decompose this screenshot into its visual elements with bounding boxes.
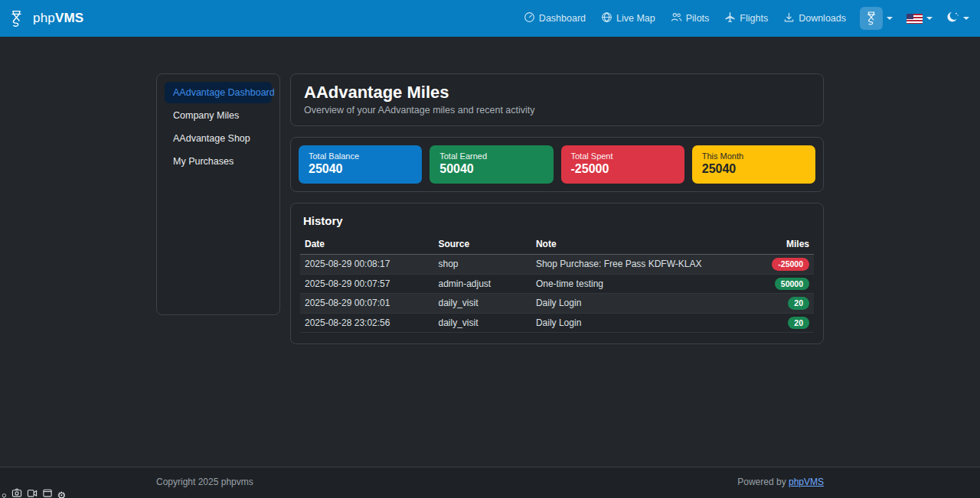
page-header-card: AAdvantage Miles Overview of your AAdvan… xyxy=(290,73,824,126)
stat-value: 25040 xyxy=(309,162,412,176)
stat-total-spent: Total Spent -25000 xyxy=(561,145,684,184)
brand-logo[interactable]: phpVMS xyxy=(6,8,83,29)
nav-item-dashboard[interactable]: Dashboard xyxy=(524,11,586,25)
miles-badge: 20 xyxy=(788,317,809,330)
cell-miles: 50000 xyxy=(763,274,814,294)
cell-miles: 20 xyxy=(763,313,814,333)
column-header-source: Source xyxy=(433,235,531,255)
history-table: Date Source Note Miles 2025-08-29 00:08:… xyxy=(300,235,814,333)
stat-label: Total Spent xyxy=(571,151,675,161)
brand-name: phpVMS xyxy=(33,11,83,26)
nav-item-downloads[interactable]: Downloads xyxy=(783,11,846,25)
cell-note: Daily Login xyxy=(531,313,763,333)
cell-date: 2025-08-29 00:07:57 xyxy=(300,274,433,294)
cell-miles: 20 xyxy=(763,294,814,314)
nav-item-pilots[interactable]: Pilots xyxy=(671,11,710,25)
user-avatar xyxy=(860,7,883,30)
copyright-text: Copyright 2025 phpvms xyxy=(156,477,253,487)
stat-label: Total Balance xyxy=(309,151,412,161)
page-subtitle: Overview of your AAdvantage miles and re… xyxy=(304,105,810,116)
top-navbar: phpVMS Dashboard Live Map xyxy=(0,0,980,37)
stat-value: -25000 xyxy=(571,162,675,176)
table-row: 2025-08-29 00:07:57 admin-adjust One-tim… xyxy=(300,274,814,294)
cell-date: 2025-08-29 00:08:17 xyxy=(300,255,433,275)
cell-source: daily_visit xyxy=(433,294,531,314)
cell-note: Shop Purchase: Free Pass KDFW-KLAX xyxy=(531,255,763,275)
stat-value: 50040 xyxy=(439,162,543,176)
phpvms-link[interactable]: phpVMS xyxy=(789,477,824,487)
stat-this-month: This Month 25040 xyxy=(692,145,815,184)
cell-miles: -25000 xyxy=(763,255,814,275)
column-header-note: Note xyxy=(531,235,763,255)
stat-label: Total Earned xyxy=(439,151,543,161)
us-flag-icon xyxy=(906,14,923,24)
table-header-row: Date Source Note Miles xyxy=(300,235,814,255)
stat-label: This Month xyxy=(702,151,805,161)
people-icon xyxy=(671,11,682,25)
column-header-miles: Miles xyxy=(763,235,814,255)
plane-icon xyxy=(724,11,736,25)
nav-links: Dashboard Live Map Pilot xyxy=(524,11,846,25)
table-row: 2025-08-28 23:02:56 daily_visit Daily Lo… xyxy=(300,313,814,333)
cell-date: 2025-08-28 23:02:56 xyxy=(300,313,433,333)
history-card: History Date Source Note Miles xyxy=(290,203,824,344)
speedometer-icon xyxy=(524,11,535,25)
nav-item-flights[interactable]: Flights xyxy=(724,11,768,25)
capture-overlay-toolbar: ⚲ ⚙ xyxy=(2,487,66,498)
powered-by: Powered by phpVMS xyxy=(737,477,824,487)
phpvms-tower-icon xyxy=(6,8,27,29)
column-header-date: Date xyxy=(300,235,433,255)
cell-source: daily_visit xyxy=(433,313,531,333)
miles-badge: 20 xyxy=(788,297,809,310)
download-icon xyxy=(783,11,795,25)
language-dropdown[interactable] xyxy=(906,14,933,24)
cell-source: admin-adjust xyxy=(433,274,531,294)
nav-item-live-map[interactable]: Live Map xyxy=(601,11,655,25)
gear-icon[interactable]: ⚙ xyxy=(57,490,67,498)
table-row: 2025-08-29 00:08:17 shop Shop Purchase: … xyxy=(300,255,814,275)
caret-down-icon xyxy=(926,17,933,20)
video-camera-icon[interactable] xyxy=(27,487,38,498)
theme-dropdown[interactable] xyxy=(946,11,969,27)
caret-down-icon xyxy=(887,17,893,20)
page-title: AAdvantage Miles xyxy=(304,83,810,103)
stat-total-balance: Total Balance 25040 xyxy=(299,145,422,184)
sidebar-nav: AAdvantage Dashboard Company Miles AAdva… xyxy=(156,73,280,315)
sidebar-item-company-miles[interactable]: Company Miles xyxy=(165,105,272,126)
caret-down-icon xyxy=(963,17,969,20)
miles-badge: 50000 xyxy=(775,278,809,291)
page-footer: Copyright 2025 phpvms Powered by phpVMS xyxy=(0,467,980,498)
overlay-grip-icon[interactable]: ⚲ xyxy=(2,493,7,498)
miles-badge: -25000 xyxy=(772,258,809,271)
window-icon[interactable] xyxy=(42,487,53,498)
sidebar-item-aadvantage-dashboard[interactable]: AAdvantage Dashboard xyxy=(165,82,272,103)
camera-icon[interactable] xyxy=(11,487,22,498)
globe-icon xyxy=(601,11,612,25)
sidebar-item-aadvantage-shop[interactable]: AAdvantage Shop xyxy=(165,128,272,149)
cell-date: 2025-08-29 00:07:01 xyxy=(300,294,433,314)
stat-value: 25040 xyxy=(702,162,805,176)
stat-total-earned: Total Earned 50040 xyxy=(430,145,553,184)
sidebar-item-my-purchases[interactable]: My Purchases xyxy=(165,151,272,172)
cell-source: shop xyxy=(433,255,531,275)
user-menu-dropdown[interactable] xyxy=(860,7,893,30)
page-body: AAdvantage Dashboard Company Miles AAdva… xyxy=(0,37,980,467)
history-title: History xyxy=(300,213,814,235)
cell-note: One-time testing xyxy=(531,274,763,294)
table-row: 2025-08-29 00:07:01 daily_visit Daily Lo… xyxy=(300,294,814,314)
stats-card: Total Balance 25040 Total Earned 50040 T… xyxy=(290,137,824,192)
moon-icon xyxy=(946,11,959,27)
cell-note: Daily Login xyxy=(531,294,763,314)
